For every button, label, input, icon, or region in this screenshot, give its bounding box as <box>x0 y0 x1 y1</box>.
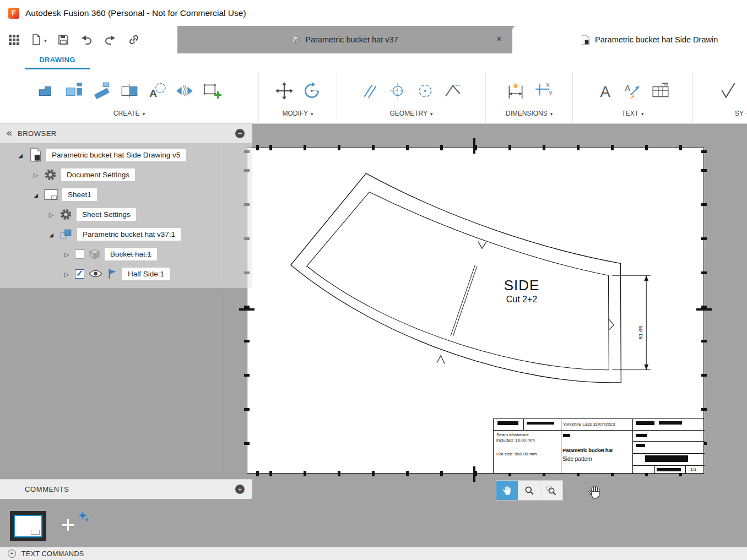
expand-toggle-icon[interactable] <box>32 170 40 180</box>
group-dimensions: XY DIMENSIONS <box>486 72 573 124</box>
tree-row-sheet-settings[interactable]: Sheet Settings <box>0 204 252 224</box>
tree-label[interactable]: Sheet1 <box>62 188 97 201</box>
tab-drawing[interactable]: DRAWING <box>25 56 90 69</box>
table-button[interactable] <box>648 77 673 105</box>
visibility-checkbox-checked[interactable] <box>75 269 84 279</box>
add-comment-icon[interactable] <box>235 485 245 494</box>
auxiliary-view-button[interactable] <box>89 77 115 105</box>
new-sheet-button[interactable]: + <box>57 511 90 541</box>
tree-row-document-settings[interactable]: Document Settings <box>0 165 252 184</box>
expand-toggle-icon[interactable] <box>17 150 24 160</box>
geometry-menu[interactable]: GEOMETRY <box>390 110 433 117</box>
sheet-ticks-top <box>247 145 704 150</box>
edge-extension-button[interactable] <box>440 77 465 105</box>
text-commands-label[interactable]: TEXT COMMANDS <box>21 550 84 558</box>
dimensions-menu[interactable]: DIMENSIONS <box>506 110 553 117</box>
title-block: Yorkshire Lass 31/07/2023 Seam allowance… <box>493 418 704 474</box>
dimension-button[interactable] <box>503 77 528 105</box>
sparkle-icon <box>76 511 89 524</box>
text-menu[interactable]: TEXT <box>621 110 643 117</box>
pan-button[interactable] <box>496 481 518 500</box>
minimize-panel-icon[interactable] <box>235 129 245 138</box>
base-view-button[interactable] <box>34 77 59 105</box>
comments-bar[interactable]: COMMENTS <box>0 479 252 499</box>
symbols-menu[interactable]: SY <box>735 110 747 117</box>
ordinate-dimension-button[interactable]: XY <box>531 77 556 105</box>
quick-access-toolbar <box>0 26 177 53</box>
expand-toggle-icon[interactable] <box>32 189 40 199</box>
chevron-down-icon <box>550 110 553 117</box>
tab-label[interactable]: Parametric bucket hat v37 <box>305 35 398 44</box>
titleblock-bar <box>657 468 681 471</box>
app-title: Autodesk Fusion 360 (Personal - Not for … <box>25 8 246 18</box>
center-mark-pattern-button[interactable] <box>413 77 438 105</box>
detail-view-button[interactable]: A <box>144 77 170 105</box>
break-view-button[interactable] <box>172 77 197 105</box>
tree-label[interactable]: Parametric bucket hat Side Drawing v5 <box>46 149 186 161</box>
center-mark-bottom <box>473 466 475 482</box>
tree-label[interactable]: Bucket hat:1 <box>105 248 157 260</box>
group-symbols: SY <box>693 72 747 124</box>
tree-row-drawing-root[interactable]: Parametric bucket hat Side Drawing v5 <box>0 145 252 165</box>
move-button[interactable] <box>272 77 297 105</box>
titleblock-owner-date: Yorkshire Lass 31/07/2023 <box>563 422 615 427</box>
app-grid-icon[interactable] <box>8 34 20 46</box>
svg-text:X: X <box>546 81 550 88</box>
chevron-down-icon <box>311 110 313 117</box>
file-menu-icon[interactable] <box>30 34 47 46</box>
sheet1-thumbnail[interactable] <box>10 511 46 541</box>
tree-label[interactable]: Document Settings <box>61 168 135 181</box>
zoom-button[interactable] <box>518 481 540 500</box>
svg-text:A: A <box>149 88 157 99</box>
create-menu[interactable]: CREATE <box>113 110 145 117</box>
expand-toggle-icon[interactable] <box>47 209 55 219</box>
save-icon[interactable] <box>57 34 69 46</box>
expand-toggle-icon[interactable] <box>63 249 71 259</box>
tree-row-sheet1[interactable]: Sheet1 <box>0 184 252 204</box>
tab-parametric-bucket-hat-v37[interactable]: Parametric bucket hat v37 <box>177 26 512 53</box>
titleblock-bar <box>636 434 647 437</box>
drawing-doc-icon <box>29 148 42 162</box>
svg-text:A: A <box>625 84 630 93</box>
zoom-window-button[interactable] <box>540 481 562 500</box>
share-link-icon[interactable] <box>127 33 140 46</box>
surface-texture-button[interactable] <box>716 77 741 105</box>
tabbar: Parametric bucket hat v37 Parametric buc… <box>0 26 747 53</box>
sheet-icon <box>44 189 58 200</box>
tree-label[interactable]: Half Side:1 <box>122 268 170 280</box>
titleblock-note-2: included: 10.00 mm <box>496 438 535 443</box>
eye-icon[interactable] <box>89 269 102 278</box>
titleblock-note-1: Seam allowance <box>496 432 529 437</box>
expand-text-commands-icon[interactable] <box>8 550 16 558</box>
flag-icon[interactable] <box>107 268 118 280</box>
redo-icon[interactable] <box>104 33 117 46</box>
text-button[interactable]: A <box>593 77 618 105</box>
expand-toggle-icon[interactable] <box>47 229 55 239</box>
leader-text-button[interactable]: A <box>620 77 646 105</box>
visibility-checkbox-unchecked[interactable] <box>75 249 84 259</box>
group-modify: MODIFY <box>259 72 337 124</box>
expand-toggle-icon[interactable] <box>63 269 71 279</box>
tree-row-component-v37[interactable]: Parametric bucket hat v37:1 <box>0 224 252 244</box>
projected-view-button[interactable] <box>62 77 87 105</box>
close-icon[interactable] <box>494 33 505 45</box>
tree-row-bucket-hat[interactable]: Bucket hat:1 <box>0 244 252 264</box>
centerline-button[interactable] <box>358 77 383 105</box>
titleblock-bar <box>527 422 554 425</box>
navigation-toolbar <box>496 480 563 501</box>
ribbon-groups: A CREATE MODIFY GEOMETRY <box>0 72 747 124</box>
tree-row-half-side[interactable]: Half Side:1 <box>0 264 252 284</box>
create-sketch-button[interactable] <box>199 77 225 105</box>
tab-parametric-bucket-hat-side-drawing[interactable]: Parametric bucket hat Side Drawin <box>512 26 747 53</box>
drawing-doc-icon <box>581 35 590 45</box>
rotate-button[interactable] <box>299 77 324 105</box>
collapse-panel-icon[interactable] <box>7 127 12 139</box>
undo-icon[interactable] <box>80 33 93 46</box>
tree-label[interactable]: Parametric bucket hat v37:1 <box>77 228 181 241</box>
tree-label[interactable]: Sheet Settings <box>77 208 136 221</box>
center-mark-button[interactable] <box>385 77 410 105</box>
document-tabs: Parametric bucket hat v37 Parametric buc… <box>177 26 747 53</box>
modify-menu[interactable]: MODIFY <box>282 110 313 117</box>
tab-label[interactable]: Parametric bucket hat Side Drawin <box>595 35 718 44</box>
section-view-button[interactable] <box>117 77 142 105</box>
